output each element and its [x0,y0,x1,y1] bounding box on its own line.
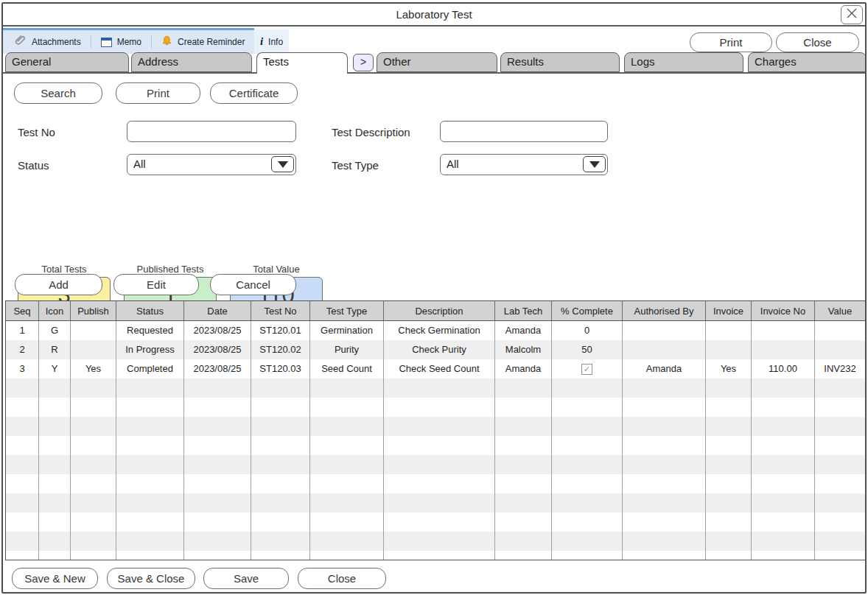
cell-publish [71,513,116,532]
close-button[interactable]: Close [298,568,386,589]
certificate-button[interactable]: Certificate [210,82,298,104]
cell-percent-complete [552,455,623,474]
table-row[interactable]: 1GRequested2023/08/25ST120.01Germination… [6,321,866,340]
cell-lab-tech [495,455,552,474]
cell-invoice [706,398,752,417]
cell-publish [71,417,116,436]
tab-general[interactable]: General [5,52,129,72]
cell-value: INV232 [815,359,866,379]
cell-seq [6,436,39,455]
cell-publish [71,379,116,398]
table-row[interactable]: 3YYesCompleted2023/08/25ST120.03Seed Cou… [6,359,866,379]
cell-seq [6,474,39,493]
status-dropdown[interactable]: All [127,154,296,175]
test-no-input[interactable] [127,121,296,142]
cell-test-no: ST120.03 [251,359,310,379]
tab-bar: GeneralAddressTestsOtherResultsLogsCharg… [3,52,865,74]
cell-percent-complete [552,513,623,532]
tab-other[interactable]: Other [377,52,497,72]
cell-invoice [706,493,752,513]
save-and-close-button[interactable]: Save & Close [107,568,195,589]
close-button-top[interactable]: Close [776,32,859,52]
test-no-label: Test No [18,126,55,138]
cell-description [384,493,495,513]
print-button[interactable]: Print [116,82,200,104]
table-row[interactable] [6,436,866,455]
add-button[interactable]: Add [15,274,102,295]
tab-tests[interactable]: Tests [256,52,348,74]
cell-test-type [310,455,384,474]
info-label: Info [268,37,283,47]
cell-test-no [251,417,310,436]
cell-invoice-no [752,398,815,417]
save-and-new-button[interactable]: Save & New [12,568,98,589]
table-row[interactable] [6,455,866,474]
cell-icon [39,379,71,398]
cell-value [815,321,866,340]
table-row[interactable] [6,532,866,551]
table-row[interactable] [6,474,866,493]
window-close-button[interactable] [841,5,863,24]
cell-status [116,379,184,398]
cell-percent-complete [552,493,623,513]
column-header-test-no: Test No [251,301,310,321]
create-reminder-button[interactable]: Create Reminder [161,35,245,49]
info-icon: i [260,35,263,48]
cell-lab-tech [495,532,552,551]
chevron-down-icon[interactable] [583,156,606,172]
cell-percent-complete [552,551,623,561]
cell-icon [39,455,71,474]
chevron-down-icon[interactable] [271,156,294,172]
cell-invoice: Yes [706,359,752,379]
title-bar: Laboratory Test [3,4,865,27]
search-button[interactable]: Search [14,82,102,104]
memo-icon [101,38,112,47]
table-row[interactable] [6,551,866,561]
cell-test-type [310,532,384,551]
cell-test-type [310,417,384,436]
save-button[interactable]: Save [203,568,289,589]
cell-value [815,493,866,513]
cell-status: Completed [116,359,184,379]
info-button[interactable]: i Info [254,29,289,54]
cell-percent-complete: 50 [552,340,623,359]
cell-date [184,398,251,417]
cell-invoice [706,379,752,398]
attachments-button[interactable]: Attachments [15,35,81,49]
tab-logs[interactable]: Logs [624,52,743,72]
column-header-seq: Seq [6,301,39,321]
test-type-dropdown[interactable]: All [440,154,608,175]
table-row[interactable] [6,417,866,436]
cell-authorised-by [623,493,706,513]
table-row[interactable] [6,379,866,398]
cell-percent-complete [552,417,623,436]
table-row[interactable] [6,398,866,417]
cancel-button[interactable]: Cancel [210,274,296,295]
cell-icon [39,513,71,532]
edit-button[interactable]: Edit [113,274,199,295]
cell-value [815,417,866,436]
memo-button[interactable]: Memo [101,37,141,47]
cell-publish [71,551,116,561]
table-row[interactable]: 2RIn Progress2023/08/25ST120.02PurityChe… [6,340,866,359]
cell-authorised-by [623,436,706,455]
cell-date [184,417,251,436]
cell-seq: 1 [6,321,39,340]
cell-publish [71,436,116,455]
tab-scroll-right-button[interactable]: > [353,54,374,71]
table-row[interactable] [6,493,866,513]
cell-description [384,455,495,474]
tab-charges[interactable]: Charges [748,52,867,72]
test-description-input[interactable] [440,121,608,142]
cell-test-no [251,532,310,551]
cell-icon [39,532,71,551]
tab-results[interactable]: Results [500,52,620,72]
print-button-top[interactable]: Print [690,32,772,52]
column-header-status: Status [116,301,184,321]
cell-invoice-no [752,436,815,455]
table-row[interactable] [6,513,866,532]
tab-address[interactable]: Address [131,52,252,72]
cell-status [116,532,184,551]
cell-test-type [310,436,384,455]
column-header-invoice-no: Invoice No [752,301,815,321]
